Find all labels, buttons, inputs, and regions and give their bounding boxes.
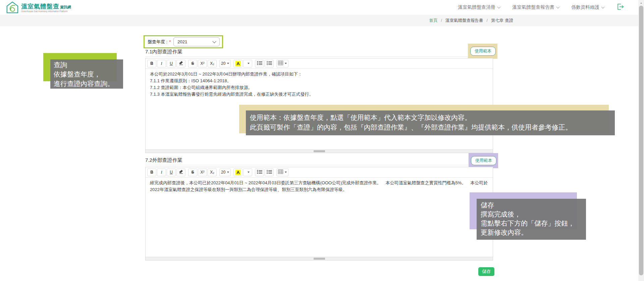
caret-down-icon	[285, 63, 287, 64]
save-annotation-line: 更新修改內容。	[481, 228, 582, 237]
subscript-button[interactable]: X₂	[208, 169, 217, 176]
editor-line: 本公司於2022年3月01日 ~ 2022年3月04日辦理內部查證作業，確認項目…	[150, 71, 488, 78]
logo-house-icon	[6, 1, 19, 15]
scroll-up-icon[interactable]: ▲	[638, 0, 644, 5]
resize-handle[interactable]	[314, 258, 325, 260]
toolbar-fontsize-group: 20	[219, 169, 231, 176]
eraser-icon	[179, 170, 183, 175]
font-color-swatch: A	[235, 61, 240, 66]
nav-inventory-list[interactable]: 溫室氣體盤查清冊	[458, 4, 500, 10]
section-7-1-rule	[145, 56, 493, 57]
breadcrumb-separator: /	[441, 18, 442, 23]
brand-title: 溫室氣體盤查	[21, 3, 59, 9]
ordered-list-icon	[267, 61, 272, 66]
underline-button[interactable]: U	[167, 60, 176, 67]
underline-button[interactable]: U	[167, 169, 176, 176]
toolbar-color-group: A	[233, 169, 252, 176]
query-annotation-title: 查詢	[54, 60, 120, 69]
caret-down-icon	[227, 172, 229, 173]
breadcrumb-report[interactable]: 溫室氣體盤查報告書	[445, 18, 483, 24]
bold-button[interactable]: B	[147, 60, 156, 67]
save-button[interactable]: 儲存	[478, 267, 494, 276]
italic-button[interactable]: I	[157, 60, 166, 67]
unordered-list-icon	[257, 170, 262, 175]
toolbar-font-style-group: B I U	[147, 60, 185, 67]
clear-format-button[interactable]	[176, 60, 185, 67]
breadcrumb-current: 第七章 查證	[491, 18, 513, 24]
nav-inventory-list-label: 溫室氣體盤查清冊	[458, 4, 495, 10]
ordered-list-button[interactable]	[265, 60, 274, 67]
chevron-down-icon	[497, 5, 501, 9]
editor-line: 經完成內部查證後，本公司已於2022年04月01日 ~ 2022年04月03日委…	[150, 180, 488, 193]
superscript-button[interactable]: X²	[198, 169, 207, 176]
use-template-button-7-2[interactable]: 使用範本	[471, 156, 496, 165]
ordered-list-icon	[267, 170, 272, 175]
editor-7-1-statusbar	[146, 149, 493, 153]
font-size-value: 20	[221, 61, 225, 66]
scrollbar-thumb[interactable]	[639, 6, 643, 275]
editor-line: 7.1.2 查證範圍：本公司組織邊界範圍內所有排放源。	[150, 84, 488, 91]
nav-coefficient-label: 係數資料維護	[571, 4, 599, 10]
chevron-down-icon	[601, 5, 605, 9]
year-select[interactable]: 2021	[173, 37, 220, 46]
font-size-dropdown[interactable]: 20	[219, 60, 231, 67]
nav-report-label: 溫室氣體盤查報告書	[512, 4, 554, 10]
subscript-button[interactable]: X₂	[208, 60, 217, 67]
caret-down-icon	[248, 172, 250, 173]
logout-button[interactable]	[618, 4, 625, 11]
brand-text: 溫室氣體盤查 資訊網 Greenhouse Gas Inventory Info…	[21, 3, 71, 13]
superscript-button[interactable]: X²	[198, 60, 207, 67]
font-size-dropdown[interactable]: 20	[219, 169, 231, 176]
app-header: 溫室氣體盤查 資訊網 Greenhouse Gas Inventory Info…	[0, 0, 638, 15]
table-dropdown-button[interactable]	[276, 60, 288, 67]
unordered-list-button[interactable]	[255, 169, 264, 176]
page: 溫室氣體盤查 資訊網 Greenhouse Gas Inventory Info…	[0, 0, 644, 281]
caret-down-icon	[227, 63, 229, 64]
toolbar-list-group	[255, 60, 274, 67]
table-dropdown-button[interactable]	[276, 169, 288, 176]
strikethrough-button[interactable]: S	[188, 60, 197, 67]
unordered-list-button[interactable]	[255, 60, 264, 67]
italic-button[interactable]: I	[157, 169, 166, 176]
vertical-scrollbar[interactable]: ▲	[638, 0, 644, 281]
save-annotation-line: 撰寫完成後，	[481, 210, 582, 219]
strikethrough-button[interactable]: S	[188, 169, 197, 176]
font-color-button[interactable]: A	[233, 169, 243, 176]
font-size-value: 20	[221, 170, 225, 175]
editor-7-2-content[interactable]: 經完成內部查證後，本公司已於2022年04月01日 ~ 2022年04月03日委…	[146, 177, 493, 257]
editor-7-2: B I U S X² X₂ 20 A	[145, 167, 493, 261]
bold-button[interactable]: B	[147, 169, 156, 176]
font-color-dropdown[interactable]	[243, 169, 252, 176]
font-color-dropdown[interactable]	[243, 60, 252, 67]
logo[interactable]: 溫室氣體盤查 資訊網 Greenhouse Gas Inventory Info…	[6, 1, 71, 15]
query-annotation-line: 依據盤查年度，	[54, 69, 120, 79]
year-label: 盤查年度 :	[148, 39, 167, 45]
breadcrumb-home[interactable]: 首頁	[429, 18, 438, 24]
use-template-button-7-1[interactable]: 使用範本	[470, 47, 496, 56]
caret-down-icon	[285, 172, 287, 173]
font-color-button[interactable]: A	[233, 60, 243, 67]
ordered-list-button[interactable]	[265, 169, 274, 176]
toolbar-table-group	[276, 169, 288, 176]
chevron-down-icon	[213, 39, 216, 43]
required-mark: *	[169, 39, 171, 44]
toolbar-script-group: S X² X₂	[188, 169, 217, 176]
year-filter: 盤查年度 : * 2021	[144, 35, 223, 48]
template-annotation-line: 使用範本：依據盤查年度，點選「使用範本」代入範本文字加以修改內容。	[250, 113, 611, 123]
nav-report[interactable]: 溫室氣體盤查報告書	[512, 4, 559, 10]
clear-format-button[interactable]	[176, 169, 185, 176]
query-annotation-line: 進行查證內容查詢。	[54, 79, 120, 88]
toolbar-font-style-group: B I U	[147, 169, 185, 176]
editor-7-2-toolbar: B I U S X² X₂ 20 A	[146, 167, 493, 178]
caret-down-icon	[248, 63, 250, 64]
editor-7-2-statusbar	[146, 257, 493, 260]
resize-handle[interactable]	[314, 150, 325, 152]
template-annotation-tooltip: 使用範本：依據盤查年度，點選「使用範本」代入範本文字加以修改內容。 此頁籤可製作…	[246, 110, 615, 135]
editor-line: 7.1.1 作業遵循原則：ISO 14064-1:2018。	[150, 78, 488, 84]
table-icon	[278, 170, 283, 175]
nav-coefficient-maintenance[interactable]: 係數資料維護	[571, 4, 604, 10]
save-annotation-title: 儲存	[481, 201, 582, 210]
template-annotation-line: 此頁籤可製作「查證」的內容，包括『內部查證作業』、『外部查證作業』均提供範本，供…	[250, 123, 611, 132]
font-color-swatch: A	[235, 170, 240, 175]
chevron-down-icon	[556, 5, 560, 9]
